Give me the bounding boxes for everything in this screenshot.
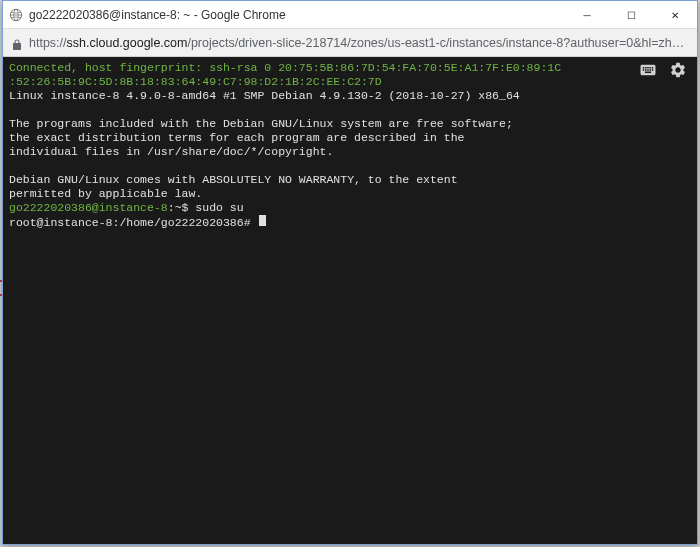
prompt-line-1: go2222020386@instance-8:~$ sudo su <box>9 201 691 215</box>
prompt-path: :~$ <box>168 201 196 214</box>
minimize-button[interactable]: ─ <box>565 1 609 29</box>
blank-line <box>9 159 691 173</box>
uname-line: Linux instance-8 4.9.0-8-amd64 #1 SMP De… <box>9 89 691 103</box>
ssh-fingerprint-line2: :52:26:5B:9C:5D:8B:18:83:64:49:C7:98:D2:… <box>9 75 691 89</box>
maximize-button[interactable]: ☐ <box>609 1 653 29</box>
blank-line <box>9 103 691 117</box>
terminal[interactable]: Connected, host fingerprint: ssh-rsa 0 2… <box>3 57 697 544</box>
url-host: ssh.cloud.google.com <box>67 36 188 50</box>
prompt-command: sudo su <box>195 201 243 214</box>
cursor <box>259 215 266 226</box>
motd-line1: The programs included with the Debian GN… <box>9 117 691 131</box>
root-prompt: root@instance-8:/home/go2222020386# <box>9 216 251 229</box>
motd-line3: individual files in /usr/share/doc/*/cop… <box>9 145 691 159</box>
browser-window: go2222020386@instance-8: ~ - Google Chro… <box>2 0 698 545</box>
motd-line2: the exact distribution terms for each pr… <box>9 131 691 145</box>
window-title: go2222020386@instance-8: ~ - Google Chro… <box>29 8 565 22</box>
address-bar[interactable]: https://ssh.cloud.google.com/projects/dr… <box>3 29 697 57</box>
close-button[interactable]: ✕ <box>653 1 697 29</box>
url-path: /projects/driven-slice-218714/zones/us-e… <box>187 36 689 50</box>
lock-icon <box>11 37 23 49</box>
window-controls: ─ ☐ ✕ <box>565 1 697 28</box>
ssh-fingerprint-line1: Connected, host fingerprint: ssh-rsa 0 2… <box>9 61 691 75</box>
title-bar[interactable]: go2222020386@instance-8: ~ - Google Chro… <box>3 1 697 29</box>
prompt-line-2: root@instance-8:/home/go2222020386# <box>9 215 691 230</box>
prompt-user: go2222020386@instance-8 <box>9 201 168 214</box>
keyboard-icon[interactable] <box>639 61 657 83</box>
favicon-globe-icon <box>9 8 23 22</box>
url-text[interactable]: https://ssh.cloud.google.com/projects/dr… <box>29 36 689 50</box>
motd-line4: Debian GNU/Linux comes with ABSOLUTELY N… <box>9 173 691 187</box>
url-prefix: https:// <box>29 36 67 50</box>
terminal-toolbar <box>639 61 687 83</box>
gear-icon[interactable] <box>669 61 687 83</box>
motd-line5: permitted by applicable law. <box>9 187 691 201</box>
